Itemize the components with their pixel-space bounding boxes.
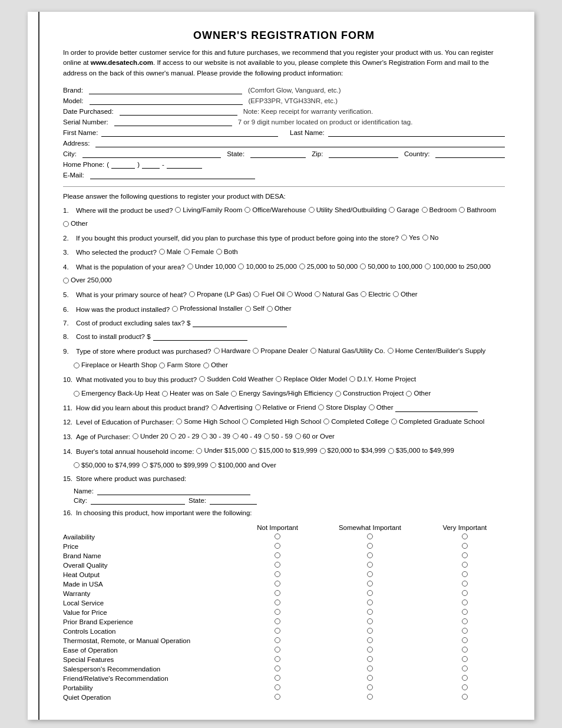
radio-circle-10-0[interactable] — [275, 628, 280, 634]
q10-opt-diy[interactable]: D.I.Y. Home Project — [349, 374, 416, 384]
q13-opt-40to49[interactable]: 40 - 49 — [233, 431, 262, 442]
radio-circle-2-2[interactable] — [462, 552, 468, 558]
importance-radio-11-1[interactable] — [315, 636, 424, 645]
q1-opt-bathroom[interactable]: Bathroom — [459, 205, 496, 215]
q9-opt-natural[interactable]: Natural Gas/Utility Co. — [310, 345, 385, 356]
q12-opt-completedhigh[interactable]: Completed High School — [242, 416, 321, 427]
q14-radio-under15[interactable] — [196, 448, 202, 454]
importance-radio-14-1[interactable] — [315, 664, 424, 674]
q11-opt-relative[interactable]: Relative or Friend — [255, 402, 316, 413]
q10-opt-other[interactable]: Other — [406, 388, 431, 398]
q3-opt-female[interactable]: Female — [184, 246, 214, 257]
q9-radio-propane[interactable] — [253, 348, 259, 354]
q14-radio-75to99[interactable] — [142, 462, 148, 468]
q6-radio-other[interactable] — [267, 306, 273, 312]
radio-circle-11-0[interactable] — [275, 637, 280, 643]
q11-opt-store[interactable]: Store Display — [318, 402, 366, 413]
q2-radio-no[interactable] — [422, 235, 428, 241]
serial-input[interactable] — [114, 118, 232, 126]
q9-radio-fireplace[interactable] — [74, 363, 80, 368]
q14-radio-100over[interactable] — [210, 462, 216, 468]
q4-opt-25to50[interactable]: 25,000 to 50,000 — [299, 261, 358, 272]
q3-radio-male[interactable] — [159, 249, 165, 255]
radio-circle-14-2[interactable] — [462, 666, 468, 671]
q9-radio-homecenter[interactable] — [388, 348, 394, 354]
q4-radio-100to250[interactable] — [425, 263, 431, 269]
importance-radio-4-1[interactable] — [315, 570, 424, 579]
radio-circle-2-0[interactable] — [275, 552, 280, 558]
q4-radio-over250[interactable] — [63, 278, 69, 284]
q11-opt-advertising[interactable]: Advertising — [211, 402, 253, 413]
store-state-input[interactable] — [210, 497, 257, 505]
q4-opt-10to25[interactable]: 10,000 to 25,000 — [238, 261, 296, 272]
q13-radio-60over[interactable] — [295, 433, 301, 439]
q5-radio-naturalgas[interactable] — [315, 291, 320, 297]
importance-radio-15-0[interactable] — [240, 674, 315, 683]
q11-radio-advertising[interactable] — [211, 404, 217, 410]
country-input[interactable] — [435, 150, 505, 158]
importance-radio-10-1[interactable] — [315, 627, 424, 636]
importance-radio-13-1[interactable] — [315, 655, 424, 664]
importance-radio-11-2[interactable] — [425, 636, 505, 645]
q13-radio-under20[interactable] — [133, 433, 138, 439]
radio-circle-1-0[interactable] — [275, 543, 280, 549]
importance-radio-1-2[interactable] — [425, 542, 505, 551]
q5-radio-wood[interactable] — [287, 291, 293, 297]
q11-radio-store[interactable] — [318, 404, 324, 410]
q10-radio-energy[interactable] — [231, 391, 237, 397]
q12-radio-somehigh[interactable] — [176, 419, 182, 424]
importance-radio-15-2[interactable] — [425, 674, 505, 683]
q6-opt-professional[interactable]: Professional Installer — [172, 303, 243, 314]
importance-radio-6-0[interactable] — [240, 589, 315, 598]
q5-opt-wood[interactable]: Wood — [287, 289, 312, 299]
q9-radio-hardware[interactable] — [214, 348, 220, 354]
q4-opt-under10[interactable]: Under 10,000 — [187, 261, 236, 272]
radio-circle-1-2[interactable] — [462, 543, 468, 549]
q10-radio-emergency[interactable] — [74, 391, 80, 397]
q10-radio-cold[interactable] — [199, 376, 205, 382]
importance-radio-0-2[interactable] — [425, 532, 505, 542]
q12-radio-college[interactable] — [323, 419, 329, 424]
q9-opt-hardware[interactable]: Hardware — [214, 345, 251, 356]
q1-radio-office[interactable] — [244, 207, 250, 213]
q1-opt-utility[interactable]: Utility Shed/Outbuilding — [309, 205, 387, 215]
importance-radio-10-2[interactable] — [425, 627, 505, 636]
q5-radio-fueloil[interactable] — [253, 291, 259, 297]
radio-circle-6-1[interactable] — [367, 590, 373, 596]
q10-opt-replace[interactable]: Replace Older Model — [276, 374, 347, 384]
importance-radio-5-2[interactable] — [425, 579, 505, 589]
radio-circle-14-1[interactable] — [367, 666, 373, 671]
radio-circle-3-0[interactable] — [275, 562, 280, 568]
q10-opt-cold[interactable]: Sudden Cold Weather — [199, 374, 273, 384]
q6-opt-other[interactable]: Other — [267, 303, 292, 314]
radio-circle-5-1[interactable] — [367, 581, 373, 587]
importance-radio-1-0[interactable] — [240, 542, 315, 551]
q10-radio-diy[interactable] — [349, 376, 355, 382]
q4-radio-under10[interactable] — [187, 263, 193, 269]
radio-circle-13-1[interactable] — [367, 656, 373, 662]
q5-opt-electric[interactable]: Electric — [361, 289, 391, 299]
q13-opt-20to29[interactable]: 20 - 29 — [170, 431, 199, 442]
q2-radio-yes[interactable] — [401, 235, 407, 241]
importance-radio-7-1[interactable] — [315, 598, 424, 608]
radio-circle-16-1[interactable] — [367, 684, 373, 690]
importance-radio-16-2[interactable] — [425, 683, 505, 693]
radio-circle-8-0[interactable] — [275, 609, 280, 615]
importance-radio-7-2[interactable] — [425, 598, 505, 608]
q12-opt-somehigh[interactable]: Some High School — [176, 416, 240, 427]
radio-circle-13-0[interactable] — [275, 656, 280, 662]
q4-radio-25to50[interactable] — [299, 263, 305, 269]
phone-number-input[interactable] — [167, 161, 202, 169]
q13-radio-30to39[interactable] — [201, 433, 207, 439]
radio-circle-4-0[interactable] — [275, 571, 280, 577]
q14-radio-20to34[interactable] — [320, 448, 326, 454]
q9-radio-other[interactable] — [203, 363, 209, 368]
q10-radio-replace[interactable] — [276, 376, 282, 382]
q4-radio-50to100[interactable] — [360, 263, 366, 269]
store-name-input[interactable] — [97, 487, 250, 495]
q6-opt-self[interactable]: Self — [245, 303, 265, 314]
radio-circle-17-0[interactable] — [275, 694, 280, 700]
importance-radio-2-0[interactable] — [240, 551, 315, 561]
radio-circle-7-0[interactable] — [275, 599, 280, 605]
radio-circle-13-2[interactable] — [462, 656, 468, 662]
